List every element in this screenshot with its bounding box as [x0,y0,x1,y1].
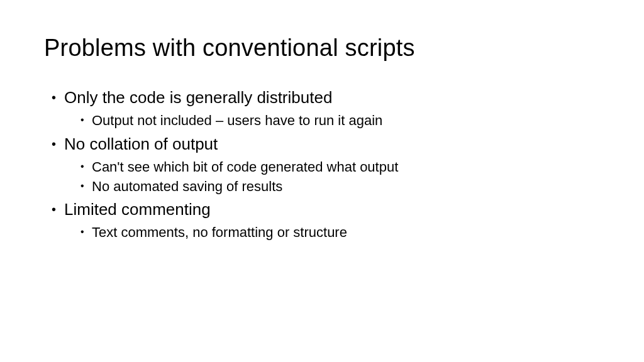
sub-bullet-item: Text comments, no formatting or structur… [83,223,600,243]
slide-title: Problems with conventional scripts [44,35,600,62]
sub-bullet-list: Output not included – users have to run … [64,111,600,131]
bullet-text: No collation of output [64,134,218,153]
sub-bullet-item: Can't see which bit of code generated wh… [83,158,600,177]
sub-bullet-list: Text comments, no formatting or structur… [64,223,600,243]
sub-bullet-list: Can't see which bit of code generated wh… [64,158,600,197]
bullet-list: Only the code is generally distributed O… [44,88,600,243]
bullet-text: Only the code is generally distributed [64,88,332,107]
sub-bullet-item: Output not included – users have to run … [83,111,600,131]
bullet-item: No collation of output Can't see which b… [55,134,600,197]
bullet-item: Only the code is generally distributed O… [55,88,600,131]
bullet-item: Limited commenting Text comments, no for… [55,200,600,243]
bullet-text: Limited commenting [64,200,211,219]
sub-bullet-item: No automated saving of results [83,177,600,197]
